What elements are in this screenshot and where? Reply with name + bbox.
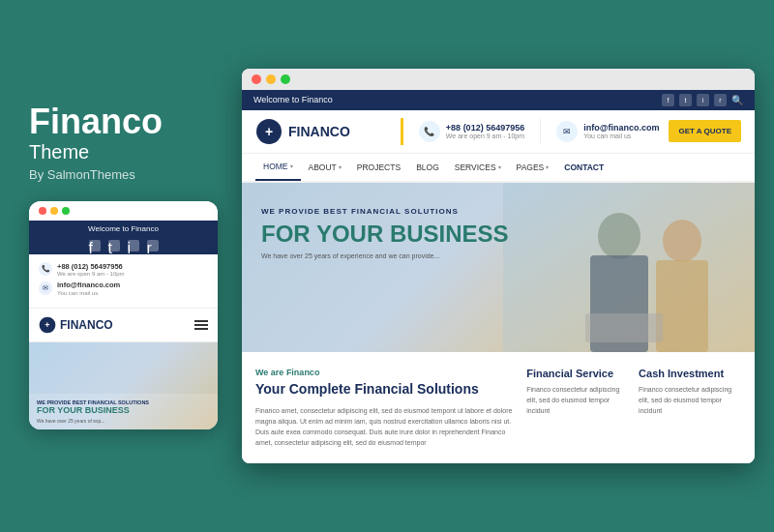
cash-investment-block: Cash Investment Financo consectetur adip…: [639, 368, 741, 449]
nav-item-services[interactable]: SERVICES ▾: [447, 155, 509, 180]
desktop-logo-text: FINANCO: [288, 124, 350, 139]
browser-dot-yellow: [266, 74, 276, 84]
nav-item-projects[interactable]: PROJECTS: [349, 155, 408, 180]
hamburger-line-2: [194, 324, 208, 326]
header-phone-sub: We are open 9 am - 10pm: [446, 133, 524, 139]
brand-subtitle: Theme: [29, 141, 223, 163]
mobile-logo-bar: + FINANCO: [29, 309, 218, 342]
mobile-contact-section: 📞 +88 (012) 56497956 We are open 9 am - …: [29, 254, 218, 310]
facebook-icon: f: [89, 240, 101, 251]
mobile-top-bar: [29, 201, 218, 221]
left-panel: Financo Theme By SalmonThemes Welcome to…: [19, 93, 232, 439]
hero-sub-text: WE PROVIDE BEST FINANCIAL SOLUTIONS: [261, 207, 509, 216]
nav-item-contact[interactable]: CONTACT: [556, 155, 611, 180]
svg-point-5: [598, 213, 640, 259]
desktop-logo-icon: +: [255, 118, 283, 145]
logo-area: + FINANCO: [255, 118, 350, 145]
header-email: info@financo.com: [583, 123, 659, 133]
hero-main-text: FOR YOUR BUSINESS: [261, 222, 509, 247]
header-email-sub: You can mail us: [583, 133, 659, 139]
brand-title: Financo: [29, 103, 223, 141]
svg-point-7: [663, 220, 701, 262]
about-arrow: ▾: [339, 163, 342, 170]
body-brand-name: Financo: [286, 368, 320, 377]
header-email-block: ✉ info@financo.com You can mail us: [556, 121, 659, 142]
mobile-mockup: Welcome to Financo f t i r 📞 +88 (012) 5…: [29, 201, 218, 430]
facebook-icon-desktop[interactable]: f: [662, 94, 674, 106]
rss-icon: r: [147, 240, 159, 251]
mobile-email-sub: You can mail us: [57, 290, 120, 296]
nav-item-home[interactable]: HOME ▾: [255, 154, 301, 181]
nav-item-pages[interactable]: PAGES ▾: [509, 155, 557, 180]
hero-desc: We have over 25 years of experience and …: [261, 251, 455, 262]
header-phone-block: 📞 +88 (012) 56497956 We are open 9 am - …: [419, 121, 524, 142]
hero-content: WE PROVIDE BEST FINANCIAL SOLUTIONS FOR …: [261, 207, 509, 262]
mobile-email-row: ✉ info@financo.com You can mail us: [39, 281, 208, 296]
desktop-welcome-bar: Welcome to Financo f t i r 🔍: [242, 90, 755, 110]
financial-service-text: Financo consectetur adipiscing elit, sed…: [526, 384, 629, 417]
body-paragraph: Financo amet, consectetur adipiscing eli…: [255, 405, 513, 449]
twitter-icon-desktop[interactable]: t: [679, 94, 692, 106]
financial-service-block: Financial Service Financo consectetur ad…: [526, 368, 629, 449]
mobile-logo: + FINANCO: [39, 316, 113, 334]
svg-rect-8: [656, 260, 708, 352]
mail-icon: ✉: [39, 281, 52, 295]
desktop-header: + FINANCO 📞 +88 (012) 56497956 We are op…: [242, 110, 755, 154]
yellow-divider: [401, 118, 403, 145]
get-quote-button[interactable]: GET A QUOTE: [669, 120, 741, 142]
cash-investment-text: Financo consectetur adipiscing elit, sed…: [639, 384, 741, 417]
hamburger-line-3: [194, 328, 208, 330]
body-heading: Your Complete Financial Solutions: [255, 380, 513, 398]
desktop-social-icons: f t i r 🔍: [662, 94, 743, 106]
body-left: We are Financo Your Complete Financial S…: [255, 368, 513, 449]
hero-section: WE PROVIDE BEST FINANCIAL SOLUTIONS FOR …: [242, 183, 755, 352]
body-we-are: We are Financo: [255, 368, 513, 377]
header-email-icon: ✉: [556, 121, 578, 142]
services-arrow: ▾: [498, 163, 501, 170]
home-arrow: ▾: [290, 163, 293, 169]
dot-yellow: [50, 207, 58, 215]
rss-icon-desktop[interactable]: r: [714, 94, 727, 106]
mobile-phone-number: +88 (012) 56497956: [57, 262, 125, 272]
browser-top-bar: [242, 69, 755, 90]
header-divider-1: [540, 119, 541, 143]
browser-dot-green: [281, 74, 290, 84]
phone-icon: 📞: [39, 262, 52, 276]
body-right: Financial Service Financo consectetur ad…: [526, 368, 741, 449]
instagram-icon-desktop[interactable]: i: [697, 94, 709, 106]
mobile-email: info@financo.com: [57, 281, 120, 290]
twitter-icon: t: [108, 240, 120, 251]
dot-red: [39, 207, 46, 215]
desktop-body: We are Financo Your Complete Financial S…: [242, 352, 755, 464]
nav-item-about[interactable]: ABOUT ▾: [301, 155, 349, 180]
svg-rect-9: [585, 313, 663, 342]
mobile-social-bar: f t i r: [29, 237, 218, 254]
search-icon-desktop[interactable]: 🔍: [731, 95, 743, 105]
browser-dot-red: [252, 74, 261, 84]
mobile-phone-sub: We are open 9 am - 10pm: [57, 271, 125, 277]
desktop-welcome-text: Welcome to Financo: [253, 95, 333, 104]
mobile-phone-row: 📞 +88 (012) 56497956 We are open 9 am - …: [39, 262, 208, 278]
pages-arrow: ▾: [546, 163, 549, 170]
hero-people-svg: [503, 183, 755, 352]
brand-by: By SalmonThemes: [29, 167, 223, 182]
mobile-logo-text: FINANCO: [60, 318, 113, 332]
instagram-icon: i: [128, 240, 139, 251]
financial-service-title: Financial Service: [526, 368, 629, 379]
mobile-hero-title: FOR YOUR BUSINESS: [37, 405, 210, 416]
hamburger-line-1: [194, 320, 208, 322]
svg-text:+: +: [265, 124, 273, 139]
desktop-nav: HOME ▾ ABOUT ▾ PROJECTS BLOG SERVICES ▾ …: [242, 154, 755, 183]
mobile-hero: WE PROVIDE BEST FINANCIAL SOLUTIONS FOR …: [29, 342, 218, 429]
mobile-logo-icon: +: [39, 316, 56, 334]
nav-item-blog[interactable]: BLOG: [408, 155, 447, 180]
desktop-mockup: Welcome to Financo f t i r 🔍 + FINANCO 📞…: [242, 69, 755, 464]
dot-green: [62, 207, 70, 215]
svg-text:+: +: [45, 320, 49, 330]
header-phone-number: +88 (012) 56497956: [446, 123, 524, 133]
header-phone-icon: 📞: [419, 121, 440, 142]
hero-people-image: [503, 183, 755, 352]
hamburger-menu[interactable]: [194, 320, 208, 330]
mobile-welcome-bar: Welcome to Financo: [29, 221, 218, 237]
mobile-hero-overlay: WE PROVIDE BEST FINANCIAL SOLUTIONS FOR …: [29, 394, 218, 429]
